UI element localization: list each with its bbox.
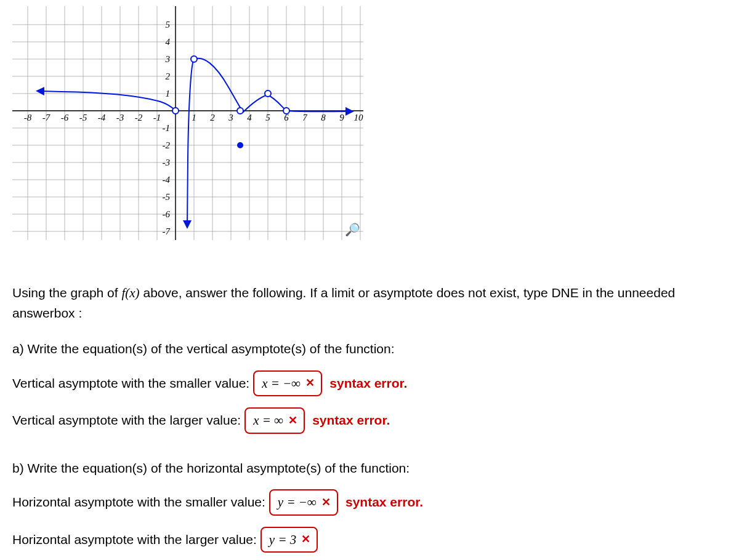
wrong-icon: ✕ bbox=[288, 412, 297, 430]
qa-larger-label: Vertical asymptote with the larger value… bbox=[12, 410, 241, 431]
wrong-icon: ✕ bbox=[301, 531, 310, 548]
svg-point-67 bbox=[237, 108, 243, 114]
svg-text:-2: -2 bbox=[163, 140, 171, 150]
qb-larger-label: Horizontal asymptote with the larger val… bbox=[12, 530, 257, 550]
qb-smaller-input[interactable]: y = −∞ ✕ bbox=[269, 489, 338, 516]
qa-larger-value: x = ∞ bbox=[253, 410, 283, 431]
qa-smaller-label: Vertical asymptote with the smaller valu… bbox=[12, 374, 249, 394]
qa-heading: a) Write the equation(s) of the vertical… bbox=[12, 339, 727, 359]
question-a: a) Write the equation(s) of the vertical… bbox=[12, 339, 727, 434]
svg-text:10: 10 bbox=[354, 113, 364, 122]
svg-text:-3: -3 bbox=[163, 158, 171, 167]
qa-larger-error: syntax error. bbox=[312, 410, 390, 431]
svg-point-68 bbox=[265, 90, 271, 97]
svg-text:-5: -5 bbox=[163, 192, 171, 202]
svg-text:2: 2 bbox=[166, 71, 171, 81]
graph-svg: -8-7-6 -5-4-3 -2-1 123 456 789 10 54 32 … bbox=[12, 6, 363, 240]
wrong-icon: ✕ bbox=[305, 375, 315, 392]
svg-text:5: 5 bbox=[265, 113, 270, 122]
qa-larger-input[interactable]: x = ∞ ✕ bbox=[244, 407, 305, 434]
svg-text:4: 4 bbox=[166, 37, 171, 47]
svg-text:3: 3 bbox=[165, 54, 171, 64]
qb-smaller-label: Horizontal asymptote with the smaller va… bbox=[12, 492, 265, 513]
svg-text:-1: -1 bbox=[153, 113, 161, 122]
svg-text:-6: -6 bbox=[163, 209, 171, 219]
svg-text:-5: -5 bbox=[79, 113, 87, 122]
svg-text:-4: -4 bbox=[163, 175, 171, 185]
svg-text:5: 5 bbox=[166, 20, 171, 30]
qa-smaller-input[interactable]: x = −∞ ✕ bbox=[253, 370, 322, 397]
svg-point-69 bbox=[283, 108, 289, 114]
svg-point-70 bbox=[237, 142, 243, 148]
svg-point-65 bbox=[172, 108, 179, 114]
qb-larger-input[interactable]: y = 3 ✕ bbox=[260, 527, 318, 553]
prompt-before: Using the graph of bbox=[12, 286, 121, 300]
svg-text:7: 7 bbox=[302, 113, 308, 122]
svg-text:-2: -2 bbox=[135, 113, 143, 122]
prompt-fx: f(x) bbox=[121, 286, 139, 300]
qb-smaller-error: syntax error. bbox=[345, 492, 423, 513]
prompt-text: Using the graph of f(x) above, answer th… bbox=[12, 283, 727, 323]
qa-smaller-value: x = −∞ bbox=[262, 374, 301, 394]
svg-text:8: 8 bbox=[321, 113, 326, 122]
svg-text:3: 3 bbox=[228, 113, 233, 122]
svg-text:-7: -7 bbox=[163, 226, 171, 236]
qb-larger-value: y = 3 bbox=[269, 530, 297, 550]
qa-smaller-error: syntax error. bbox=[329, 374, 407, 394]
svg-text:-6: -6 bbox=[61, 113, 69, 122]
qb-heading: b) Write the equation(s) of the horizont… bbox=[12, 458, 727, 479]
wrong-icon: ✕ bbox=[321, 494, 331, 511]
qb-smaller-value: y = −∞ bbox=[278, 492, 317, 513]
svg-text:1: 1 bbox=[192, 113, 196, 122]
graph-plot: -8-7-6 -5-4-3 -2-1 123 456 789 10 54 32 … bbox=[12, 6, 363, 240]
magnify-icon[interactable]: 🔍 bbox=[345, 222, 360, 237]
svg-point-66 bbox=[191, 56, 197, 62]
svg-text:-8: -8 bbox=[24, 113, 32, 122]
svg-text:-7: -7 bbox=[42, 113, 51, 122]
svg-text:2: 2 bbox=[210, 113, 215, 122]
svg-text:9: 9 bbox=[339, 113, 344, 122]
svg-text:1: 1 bbox=[166, 89, 171, 98]
svg-text:-1: -1 bbox=[163, 123, 171, 133]
svg-text:-4: -4 bbox=[98, 113, 106, 122]
svg-text:-3: -3 bbox=[116, 113, 124, 122]
question-b: b) Write the equation(s) of the horizont… bbox=[12, 458, 727, 553]
svg-text:4: 4 bbox=[247, 113, 252, 122]
